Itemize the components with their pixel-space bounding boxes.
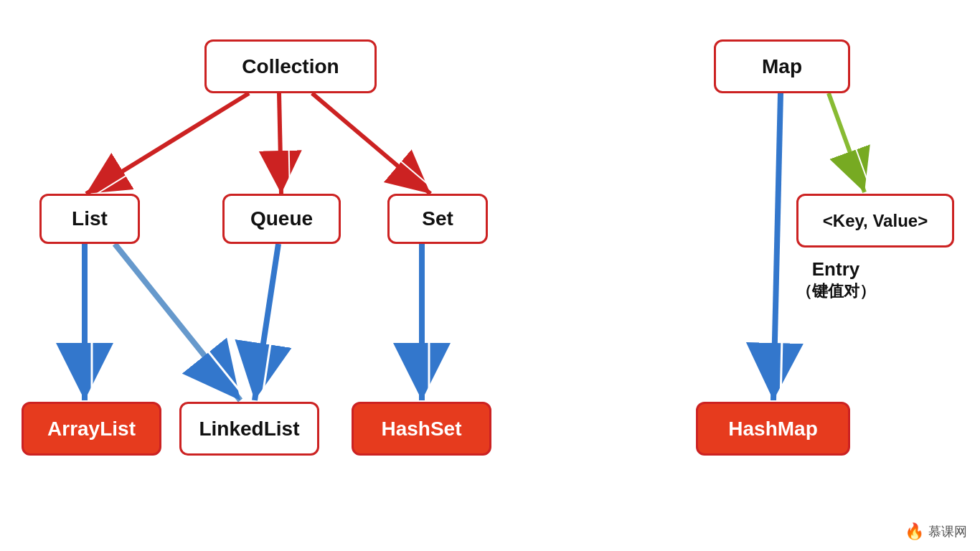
linkedlist-node: LinkedList [179,402,319,456]
svg-line-1 [97,93,260,194]
svg-line-11 [262,244,286,400]
set-node: Set [387,194,488,244]
svg-line-14 [773,93,781,400]
svg-line-3 [288,93,290,194]
arraylist-label: ArrayList [47,418,136,441]
svg-line-15 [781,93,788,400]
svg-line-17 [836,93,872,192]
watermark-icon: 🔥 [905,522,924,541]
hashmap-node: HashMap [696,402,850,456]
svg-line-16 [829,93,864,192]
entry-container: Entry （键值对） [796,258,875,302]
collection-label: Collection [242,55,339,78]
svg-line-9 [122,244,248,400]
hashset-label: HashSet [381,418,461,441]
keyvalue-label: <Key, Value> [823,211,928,231]
svg-line-10 [255,244,278,400]
set-label: Set [422,207,453,230]
svg-line-2 [279,93,281,194]
keyvalue-node: <Key, Value> [796,194,954,248]
hashset-node: HashSet [352,402,491,456]
svg-line-4 [312,93,430,194]
hashmap-label: HashMap [728,418,817,441]
svg-line-5 [321,93,439,194]
entry-cn-label: （键值对） [796,281,875,302]
linkedlist-label: LinkedList [199,418,299,441]
watermark: 🔥 慕课网 [905,522,967,541]
map-node: Map [714,39,850,93]
arraylist-node: ArrayList [22,402,161,456]
map-label: Map [762,55,802,78]
list-label: List [72,207,108,230]
list-node: List [39,194,140,244]
queue-label: Queue [250,207,313,230]
svg-line-0 [86,93,249,194]
diagram: Collection List Queue Set ArrayList Link… [0,0,980,551]
collection-node: Collection [204,39,377,93]
watermark-text: 慕课网 [928,523,967,540]
svg-line-8 [115,244,240,400]
queue-node: Queue [222,194,341,244]
entry-label: Entry [796,258,875,281]
